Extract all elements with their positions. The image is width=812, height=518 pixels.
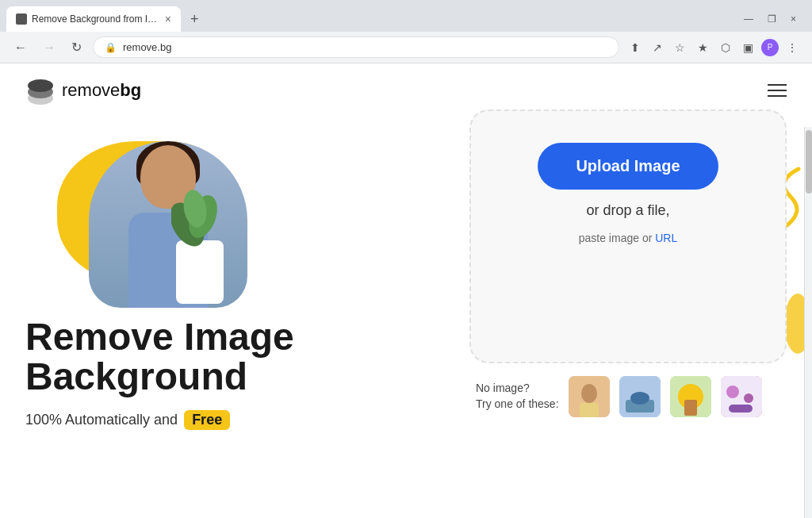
logo-remove: remove — [62, 80, 120, 100]
svg-rect-15 — [684, 400, 697, 416]
sample-thumbnail-1[interactable] — [569, 376, 610, 417]
svg-point-12 — [630, 392, 649, 405]
hamburger-line-2 — [768, 90, 787, 91]
navbar: removebg — [0, 63, 812, 117]
address-bar-row: ← → ↻ 🔒 remove.bg ⬆ ↗ ☆ ★ ⬡ ▣ P ⋮ — [0, 32, 812, 63]
paste-text: paste image or URL — [579, 232, 678, 244]
tab-bar: Remove Background from Im... × + — ❐ × — [0, 0, 812, 32]
address-text: remove.bg — [123, 41, 607, 53]
main-content: Remove Image Background 100% Automatical… — [0, 117, 812, 430]
plant-leaves — [171, 177, 227, 248]
hero-headline: Remove Image Background — [25, 317, 358, 397]
window-controls: — ❐ × — [737, 10, 806, 28]
person-drawing — [89, 141, 247, 308]
svg-point-8 — [581, 384, 597, 403]
new-tab-button[interactable]: + — [184, 8, 205, 31]
upload-card[interactable]: Upload Image or drop a file, paste image… — [469, 109, 787, 363]
svg-rect-9 — [580, 403, 599, 417]
menu-button[interactable]: ⋮ — [782, 38, 802, 57]
logo-text: removebg — [62, 80, 141, 101]
hero-sub-text: 100% Automatically and — [25, 412, 178, 428]
sample-thumbnail-3[interactable] — [670, 376, 711, 417]
drop-text: or drop a file, — [586, 202, 669, 219]
page-content: removebg — [0, 63, 812, 518]
try-label: No image? Try one of these: — [476, 381, 559, 412]
logo: removebg — [25, 76, 141, 105]
sample-thumbnail-2[interactable] — [619, 376, 661, 417]
bookmark-star-button[interactable]: ★ — [693, 38, 713, 57]
hero-sub: 100% Automatically and Free — [25, 410, 454, 430]
hero-headline-line2: Background — [25, 355, 247, 397]
active-tab[interactable]: Remove Background from Im... × — [6, 6, 181, 32]
left-side: Remove Image Background 100% Automatical… — [25, 133, 454, 430]
hamburger-line-3 — [768, 95, 787, 97]
scrollbar[interactable] — [804, 127, 812, 518]
browser-actions: ⬆ ↗ ☆ ★ ⬡ ▣ P ⋮ — [626, 38, 802, 57]
free-badge: Free — [184, 410, 230, 430]
tab-favicon — [16, 13, 27, 25]
extensions-button[interactable]: ⬡ — [716, 38, 735, 57]
try-label-line1: No image? — [476, 381, 559, 397]
url-link[interactable]: URL — [655, 232, 677, 244]
upload-image-button[interactable]: Upload Image — [538, 143, 718, 190]
tab-title: Remove Background from Im... — [32, 13, 160, 25]
cast-button[interactable]: ⬆ — [626, 38, 645, 57]
svg-point-17 — [726, 386, 739, 398]
right-side: Upload Image or drop a file, paste image… — [454, 109, 787, 417]
svg-rect-19 — [729, 405, 753, 412]
logo-icon — [25, 76, 56, 105]
try-label-line2: Try one of these: — [476, 397, 559, 412]
svg-point-18 — [744, 393, 753, 403]
tab-close-button[interactable]: × — [165, 13, 171, 25]
sidebar-button[interactable]: ▣ — [738, 38, 758, 57]
hero-headline-line1: Remove Image — [25, 316, 294, 358]
share-button[interactable]: ↗ — [648, 38, 667, 57]
hero-person-image — [89, 141, 247, 308]
hero-image-area — [25, 133, 327, 308]
minimize-button[interactable]: — — [737, 10, 760, 28]
back-button[interactable]: ← — [10, 37, 32, 58]
hamburger-menu[interactable] — [768, 84, 787, 97]
logo-bg: bg — [120, 80, 141, 100]
svg-point-2 — [28, 79, 53, 92]
hamburger-line-1 — [768, 84, 787, 86]
lock-icon: 🔒 — [105, 42, 117, 53]
paste-label: paste image or — [579, 232, 653, 244]
bookmark-button[interactable]: ☆ — [670, 38, 690, 57]
maximize-button[interactable]: ❐ — [761, 10, 783, 28]
hero-text: Remove Image Background 100% Automatical… — [25, 317, 454, 430]
close-button[interactable]: × — [784, 10, 802, 28]
profile-avatar[interactable]: P — [761, 39, 779, 56]
sample-thumbnail-4[interactable] — [721, 376, 762, 417]
scrollbar-thumb[interactable] — [806, 130, 812, 194]
browser-chrome: Remove Background from Im... × + — ❐ × ←… — [0, 0, 812, 63]
refresh-button[interactable]: ↻ — [67, 36, 86, 58]
address-bar[interactable]: 🔒 remove.bg — [93, 36, 619, 58]
plant-pot — [176, 240, 224, 304]
forward-button[interactable]: → — [38, 37, 60, 58]
try-these-section: No image? Try one of these: — [469, 376, 787, 417]
